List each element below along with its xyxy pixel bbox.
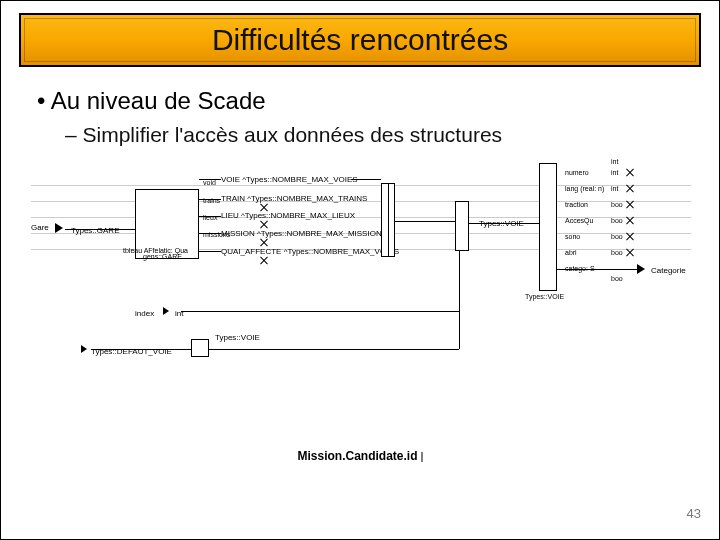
index-label: index	[135, 309, 154, 318]
gare-chevron-icon	[55, 223, 63, 233]
cross-icon	[625, 199, 635, 209]
center-item-4: QUAI_AFFECTE ^Types::NOMBRE_MAX_VOIES	[221, 247, 399, 256]
right-field-t-top: int	[611, 158, 618, 165]
cross-icon	[259, 219, 269, 229]
slide-title: Difficultés rencontrées	[212, 23, 508, 57]
right-field-name-0: numero	[565, 169, 589, 176]
right-field-name-4: sono	[565, 233, 580, 240]
cross-icon	[625, 247, 635, 257]
right-structure-box	[539, 163, 557, 291]
gare-type-label: Types::GARE	[71, 226, 119, 235]
right-field-name-1: lang (real: n)	[565, 185, 604, 192]
cross-icon	[259, 237, 269, 247]
right-field-name-3: AccesQu	[565, 217, 593, 224]
right-bar-type-label: Types::VOIE	[525, 293, 564, 300]
right-field-type-4: boo	[611, 233, 623, 240]
mux-box	[455, 201, 469, 251]
bottom-chevron-icon	[81, 345, 87, 353]
center-item-2: LIEU ^Types::NOMBRE_MAX_LIEUX	[221, 211, 355, 220]
cross-icon	[625, 183, 635, 193]
center-item-3: MISSION ^Types::NOMBRE_MAX_MISSIONS	[221, 229, 387, 238]
bullet-level2: Simplifier l'accès aux données des struc…	[65, 123, 502, 147]
cross-icon	[625, 167, 635, 177]
page-number: 43	[687, 506, 701, 521]
right-field-type-6: boo	[611, 275, 623, 282]
right-field-type-2: boo	[611, 201, 623, 208]
right-field-type-3: boo	[611, 217, 623, 224]
cross-icon	[625, 215, 635, 225]
cross-icon	[625, 231, 635, 241]
center-item-0: VOIE ^Types::NOMBRE_MAX_VOIES	[221, 175, 358, 184]
output-label: Categorie	[651, 266, 686, 275]
index-chevron-icon	[163, 307, 169, 315]
right-field-name-5: abri	[565, 249, 577, 256]
right-field-type-0: int	[611, 169, 618, 176]
title-band: Difficultés rencontrées	[19, 13, 701, 67]
center-item-1: TRAIN ^Types::NOMBRE_MAX_TRAINS	[221, 194, 367, 203]
cross-icon	[259, 255, 269, 265]
left-field-1: tbleau AFfelatic: Qua	[123, 247, 188, 254]
center-field-label-0: void	[203, 179, 216, 186]
right-field-type-1: int	[611, 185, 618, 192]
diagram-caption: Mission.Candidate.id	[297, 449, 422, 463]
gare-input-label: Gare	[31, 223, 49, 232]
right-field-type-5: boo	[611, 249, 623, 256]
bottom-mid-type: Types::VOIE	[215, 333, 260, 342]
left-field-0: gens::GARE	[143, 253, 182, 260]
scade-diagram: Gare Types::GARE gens::GARE tbleau AFfel…	[31, 161, 691, 371]
right-field-name-2: traction	[565, 201, 588, 208]
output-chevron-icon	[637, 264, 645, 274]
bullet-level1: Au niveau de Scade	[37, 87, 266, 115]
bottom-mux-box	[191, 339, 209, 357]
